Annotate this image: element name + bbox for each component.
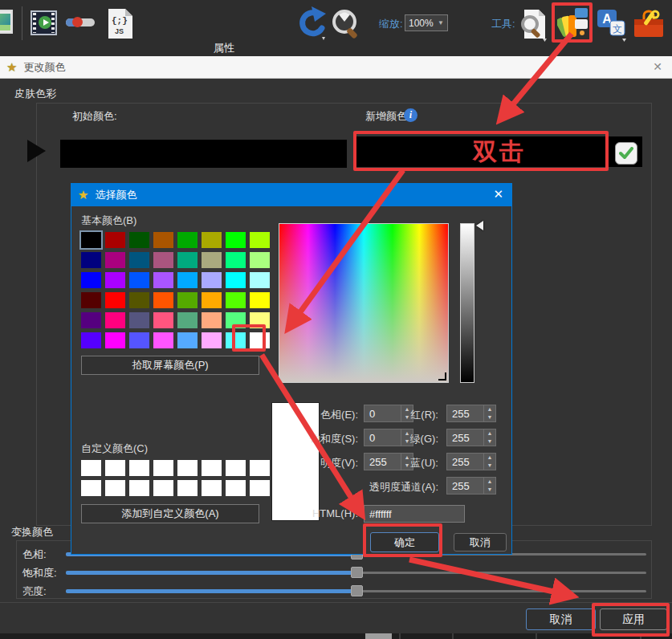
select-color-titlebar[interactable]: ★ 选择颜色 ✕ xyxy=(71,184,511,206)
slider-adjust-icon[interactable] xyxy=(66,18,95,26)
custom-color-swatch[interactable] xyxy=(105,480,125,496)
basic-color-swatch[interactable] xyxy=(177,332,198,348)
basic-color-swatch[interactable] xyxy=(202,272,222,288)
custom-color-swatch[interactable] xyxy=(129,460,149,476)
basic-color-swatch[interactable] xyxy=(153,312,173,328)
value-slider[interactable] xyxy=(460,223,474,383)
custom-color-swatch[interactable] xyxy=(81,480,101,496)
change-color-titlebar[interactable]: ★ 更改颜色 ✕ xyxy=(0,56,672,79)
basic-color-swatch[interactable] xyxy=(105,232,125,248)
spin-down-icon[interactable]: ▼ xyxy=(484,438,495,446)
custom-color-swatch[interactable] xyxy=(202,480,222,496)
spin-up-icon[interactable]: ▲ xyxy=(484,454,495,462)
image-icon[interactable] xyxy=(0,10,13,34)
spin-up-icon[interactable]: ▲ xyxy=(484,429,495,438)
toolbox-icon[interactable] xyxy=(633,8,665,40)
close-icon[interactable]: ✕ xyxy=(653,60,662,73)
basic-color-swatch[interactable] xyxy=(129,312,149,328)
magnifier-tool-icon[interactable] xyxy=(331,8,363,42)
basic-color-swatch[interactable] xyxy=(202,292,222,308)
translate-icon[interactable]: A 文 xyxy=(596,8,628,42)
basic-color-swatch[interactable] xyxy=(105,312,125,328)
custom-color-swatch[interactable] xyxy=(177,480,198,496)
row-enabled-checkbox[interactable] xyxy=(615,142,637,165)
custom-color-swatch[interactable] xyxy=(129,480,149,496)
zoom-select[interactable]: 100% ▼ xyxy=(405,14,448,31)
basic-color-swatch[interactable] xyxy=(177,272,198,288)
basic-color-swatch[interactable] xyxy=(226,252,246,268)
blue-spinbox[interactable]: 255▲▼ xyxy=(446,453,496,470)
picker-cancel-button[interactable]: 取消 xyxy=(454,533,507,551)
hue-saturation-gradient[interactable] xyxy=(279,223,449,383)
initial-color-bar[interactable] xyxy=(60,140,347,168)
zoom-value: 100% xyxy=(409,18,434,29)
find-document-icon[interactable] xyxy=(518,8,548,42)
spin-down-icon[interactable]: ▼ xyxy=(484,413,495,421)
basic-color-swatch[interactable] xyxy=(177,312,198,328)
video-player-icon[interactable] xyxy=(31,10,57,35)
basic-color-swatch[interactable] xyxy=(81,252,101,268)
info-icon[interactable]: i xyxy=(404,108,417,122)
basic-color-swatch[interactable] xyxy=(153,272,173,288)
basic-color-swatch[interactable] xyxy=(250,292,270,308)
spin-down-icon[interactable]: ▼ xyxy=(484,462,495,470)
basic-color-swatch[interactable] xyxy=(81,332,101,348)
basic-color-swatch[interactable] xyxy=(81,232,101,248)
basic-color-swatch[interactable] xyxy=(202,312,222,328)
basic-color-swatch[interactable] xyxy=(250,232,270,248)
custom-color-swatch[interactable] xyxy=(250,480,270,496)
custom-color-swatch[interactable] xyxy=(226,480,246,496)
cancel-button[interactable]: 取消 xyxy=(526,608,596,630)
basic-color-swatch[interactable] xyxy=(129,292,149,308)
close-icon[interactable]: ✕ xyxy=(493,187,503,201)
add-custom-color-button[interactable]: 添加到自定义颜色(A) xyxy=(81,504,259,523)
basic-color-swatch[interactable] xyxy=(202,232,222,248)
basic-color-swatch[interactable] xyxy=(105,272,125,288)
basic-color-swatch[interactable] xyxy=(153,252,173,268)
basic-color-swatch[interactable] xyxy=(129,232,149,248)
green-spinbox[interactable]: 255▲▼ xyxy=(446,429,496,446)
basic-color-swatch[interactable] xyxy=(226,292,246,308)
spin-up-icon[interactable]: ▲ xyxy=(484,405,495,413)
basic-color-swatch[interactable] xyxy=(226,232,246,248)
pick-screen-color-button[interactable]: 拾取屏幕颜色(P) xyxy=(81,356,259,375)
basic-color-swatch[interactable] xyxy=(202,332,222,348)
custom-color-swatch[interactable] xyxy=(153,480,173,496)
basic-color-swatch[interactable] xyxy=(81,272,101,288)
check-icon xyxy=(619,147,633,160)
basic-color-swatch[interactable] xyxy=(129,252,149,268)
custom-color-swatch[interactable] xyxy=(105,460,125,476)
basic-color-swatch[interactable] xyxy=(129,272,149,288)
svg-text:文: 文 xyxy=(613,23,622,35)
basic-color-swatch[interactable] xyxy=(177,252,198,268)
spin-up-icon[interactable]: ▲ xyxy=(484,478,495,486)
basic-color-swatch[interactable] xyxy=(250,272,270,288)
red-spinbox[interactable]: 255▲▼ xyxy=(446,405,496,422)
basic-color-swatch[interactable] xyxy=(153,332,173,348)
alpha-spinbox[interactable]: 255▲▼ xyxy=(446,477,496,495)
custom-color-swatch[interactable] xyxy=(202,460,222,476)
html-color-input[interactable]: #ffffff xyxy=(364,505,465,523)
basic-color-swatch[interactable] xyxy=(81,312,101,328)
basic-color-swatch[interactable] xyxy=(129,332,149,348)
basic-color-swatch[interactable] xyxy=(105,252,125,268)
basic-color-swatch[interactable] xyxy=(250,252,270,268)
row-expand-triangle-icon[interactable] xyxy=(27,140,46,162)
basic-color-swatch[interactable] xyxy=(105,332,125,348)
custom-color-swatch[interactable] xyxy=(177,460,198,476)
basic-color-swatch[interactable] xyxy=(105,292,125,308)
basic-color-swatch[interactable] xyxy=(202,252,222,268)
basic-color-swatch[interactable] xyxy=(226,272,246,288)
basic-color-swatch[interactable] xyxy=(177,292,198,308)
basic-color-swatch[interactable] xyxy=(153,232,173,248)
custom-color-swatch[interactable] xyxy=(81,460,101,476)
spin-down-icon[interactable]: ▼ xyxy=(484,486,495,494)
js-file-icon[interactable]: {;} JS xyxy=(108,9,132,39)
undo-icon[interactable] xyxy=(295,6,328,42)
basic-color-swatch[interactable] xyxy=(81,292,101,308)
js-icon-braces: {;} xyxy=(112,16,128,26)
value-slider-handle[interactable] xyxy=(476,221,483,230)
basic-color-swatch[interactable] xyxy=(177,232,198,248)
basic-color-swatch[interactable] xyxy=(153,292,173,308)
custom-color-swatch[interactable] xyxy=(153,460,173,476)
